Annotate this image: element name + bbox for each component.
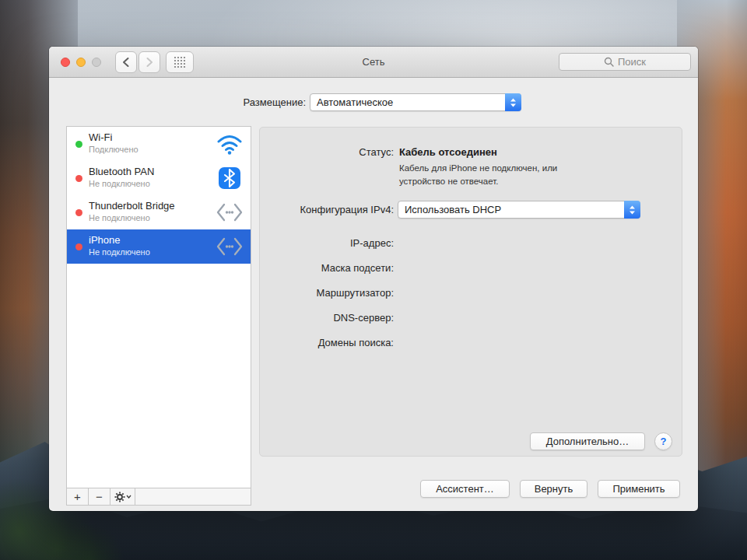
apply-button[interactable]: Применить (598, 480, 680, 498)
search-field[interactable]: Поиск (559, 53, 691, 71)
bluetooth-icon (216, 166, 244, 190)
location-label: Размещение: (49, 96, 306, 108)
status-dot-disconnected (75, 209, 82, 216)
network-preferences-window: Сеть Поиск Размещение: Автоматическое Wi… (49, 47, 698, 511)
services-sidebar: Wi-Fi Подключено Bluetooth PAN Не подклю… (66, 126, 251, 506)
search-placeholder: Поиск (618, 56, 646, 68)
revert-button[interactable]: Вернуть (520, 480, 587, 498)
status-note-line2: устройство не отвечает. (399, 175, 557, 188)
assistant-button[interactable]: Ассистент… (420, 480, 510, 498)
services-list: Wi-Fi Подключено Bluetooth PAN Не подклю… (67, 127, 251, 488)
chevron-down-icon (126, 495, 132, 499)
forward-button[interactable] (139, 51, 160, 73)
status-dot-disconnected (75, 175, 82, 182)
action-menu-button[interactable] (110, 488, 135, 505)
show-all-button[interactable] (166, 51, 194, 73)
zoom-button[interactable] (92, 58, 101, 67)
ip-address-label: IP-адрес: (260, 237, 394, 249)
sidebar-toolbar: + − (67, 488, 251, 505)
search-icon (604, 57, 614, 67)
status-dot-disconnected (75, 243, 82, 250)
dns-server-label: DNS-сервер: (260, 312, 394, 324)
service-row-thunderbolt-bridge[interactable]: Thunderbolt Bridge Не подключено (67, 195, 251, 229)
back-button[interactable] (115, 51, 137, 73)
service-row-wifi[interactable]: Wi-Fi Подключено (67, 127, 251, 161)
subnet-mask-label: Маска подсети: (260, 262, 394, 274)
grid-icon (174, 56, 186, 68)
wifi-icon (216, 132, 244, 156)
status-label: Статус: (260, 146, 394, 158)
location-select[interactable]: Автоматическое (310, 93, 521, 111)
status-dot-connected (75, 141, 82, 148)
select-arrows-icon (505, 93, 521, 111)
select-arrows-icon (624, 201, 640, 219)
add-service-button[interactable]: + (67, 488, 89, 505)
bridge-icon (216, 201, 244, 224)
close-button[interactable] (61, 58, 70, 67)
gear-icon (114, 492, 125, 502)
chevron-right-icon (145, 57, 154, 68)
chevron-left-icon (121, 57, 131, 68)
service-row-bluetooth-pan[interactable]: Bluetooth PAN Не подключено (67, 161, 251, 195)
titlebar[interactable]: Сеть Поиск (49, 47, 698, 78)
status-note: Кабель для iPhone не подключен, или устр… (399, 162, 557, 189)
status-value: Кабель отсоединен (399, 146, 497, 158)
status-note-line1: Кабель для iPhone не подключен, или (399, 162, 557, 175)
advanced-button[interactable]: Дополнительно… (530, 432, 645, 450)
location-select-value: Автоматическое (317, 96, 393, 108)
ipv4-config-label: Конфигурация IPv4: (260, 204, 394, 215)
service-row-iphone[interactable]: iPhone Не подключено (67, 229, 251, 264)
minimize-button[interactable] (76, 58, 86, 67)
remove-service-button[interactable]: − (89, 488, 110, 505)
search-domains-label: Домены поиска: (260, 337, 394, 348)
service-detail-panel: Статус: Кабель отсоединен Кабель для iPh… (259, 127, 682, 457)
router-label: Маршрутизатор: (260, 287, 394, 299)
bridge-icon (216, 235, 244, 258)
ipv4-select-value: Использовать DHCP (405, 204, 501, 215)
help-button[interactable]: ? (654, 432, 672, 450)
ipv4-config-select[interactable]: Использовать DHCP (398, 201, 640, 219)
